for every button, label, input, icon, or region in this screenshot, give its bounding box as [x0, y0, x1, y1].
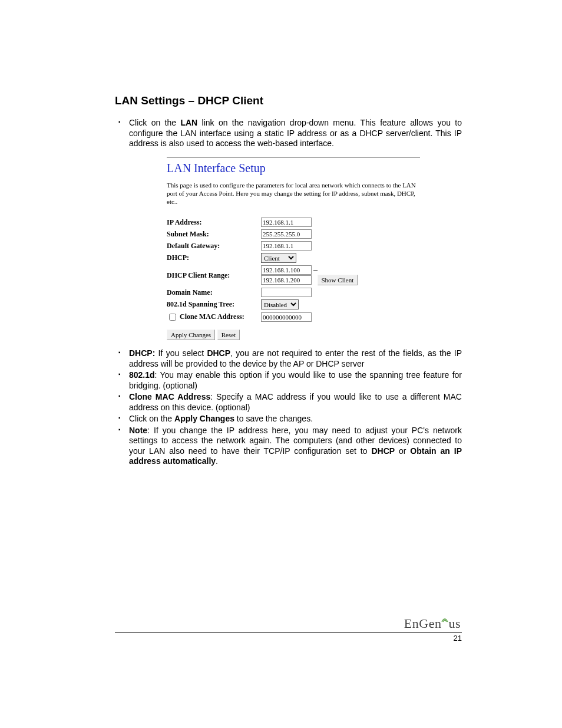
- intro-item: Click on the LAN link on the navigation …: [115, 118, 462, 149]
- page-title: LAN Settings – DHCP Client: [115, 94, 462, 107]
- label-dhcp: DHCP:: [167, 252, 261, 264]
- note-or: or: [395, 446, 410, 456]
- range-dash: –: [312, 265, 319, 274]
- dhcp-select[interactable]: Client: [261, 253, 296, 263]
- range-to-input[interactable]: [261, 275, 312, 285]
- show-client-button[interactable]: Show Client: [318, 275, 358, 285]
- brand-text: EnGen: [404, 616, 442, 631]
- brand-text-2: us: [448, 616, 461, 631]
- reset-button[interactable]: Reset: [217, 330, 240, 340]
- panel-description: This page is used to configure the param…: [167, 181, 420, 206]
- clone-head: Clone MAC Address: [129, 392, 210, 401]
- intro-pre: Click on the: [129, 118, 180, 127]
- lan-setup-panel: LAN Interface Setup This page is used to…: [167, 157, 420, 341]
- apply-pre: Click on the: [129, 414, 174, 423]
- clone-mac-input[interactable]: [261, 312, 312, 322]
- label-mask: Subnet Mask:: [167, 228, 261, 240]
- d8021-head: 802.1d: [129, 370, 155, 380]
- apply-key: Apply Changes: [174, 414, 234, 423]
- dhcp-key: DHCP: [207, 348, 230, 358]
- apply-changes-button[interactable]: Apply Changes: [167, 330, 215, 340]
- dhcp-head: DHCP:: [129, 348, 155, 358]
- intro-link: LAN: [180, 118, 197, 127]
- notes-list: DHCP: If you select DHCP, you are not re…: [115, 348, 462, 467]
- intro-list: Click on the LAN link on the navigation …: [115, 118, 462, 149]
- list-item: Clone MAC Address: Specify a MAC address…: [115, 392, 462, 413]
- label-clone: Clone MAC Address:: [167, 311, 261, 324]
- label-stp: 802.1d Spanning Tree:: [167, 298, 261, 311]
- apply-post: to save the changes.: [234, 414, 313, 423]
- panel-title: LAN Interface Setup: [167, 162, 420, 175]
- ip-address-input[interactable]: [261, 218, 312, 227]
- list-item: Click on the Apply Changes to save the c…: [115, 414, 462, 424]
- default-gateway-input[interactable]: [261, 241, 312, 251]
- label-domain: Domain Name:: [167, 286, 261, 298]
- d8021-tail: : You may enable this option if you woul…: [129, 370, 462, 390]
- domain-name-input[interactable]: [261, 288, 312, 297]
- clone-mac-label: Clone MAC Address:: [180, 312, 244, 321]
- subnet-mask-input[interactable]: [261, 229, 312, 239]
- list-item: DHCP: If you select DHCP, you are not re…: [115, 348, 462, 369]
- wifi-icon: [441, 615, 448, 630]
- page-number: 21: [454, 634, 462, 643]
- note-end: .: [216, 456, 218, 466]
- note-k1: DHCP: [371, 446, 395, 456]
- dhcp-mid: If you select: [155, 348, 207, 358]
- page-footer: EnGenus 21: [115, 632, 462, 643]
- spanning-tree-select[interactable]: Disabled: [261, 299, 299, 309]
- settings-table: IP Address: Subnet Mask: Default Gateway…: [167, 216, 358, 324]
- label-gw: Default Gateway:: [167, 240, 261, 252]
- range-from-input[interactable]: [261, 265, 312, 275]
- note-head: Note: [129, 426, 147, 435]
- list-item: 802.1d: You may enable this option if yo…: [115, 370, 462, 391]
- label-range: DHCP Client Range:: [167, 264, 261, 286]
- brand-logo: EnGenus: [404, 616, 461, 631]
- list-item: Note: If you change the IP address here,…: [115, 426, 462, 467]
- clone-mac-checkbox[interactable]: [169, 314, 176, 321]
- label-ip: IP Address:: [167, 216, 261, 228]
